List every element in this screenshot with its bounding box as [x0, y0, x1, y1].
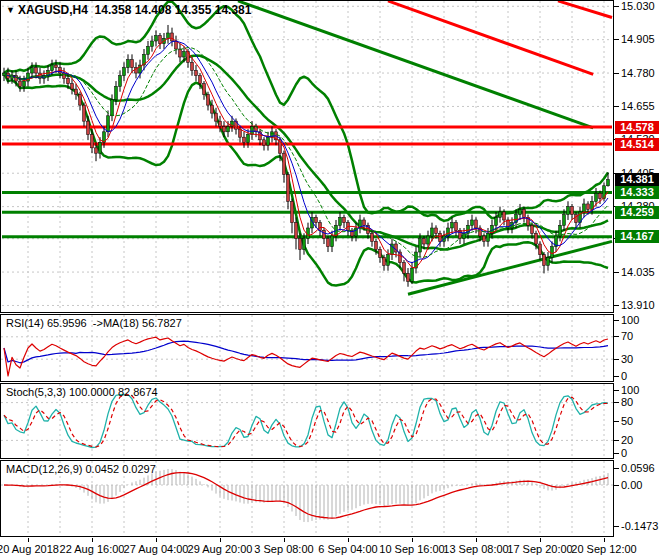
time-axis-tick [540, 538, 541, 542]
time-axis-tick [412, 538, 413, 542]
stoch-axis-label-mark [614, 402, 619, 403]
rsi-axis-label-mark [614, 376, 619, 377]
price-axis-label: 13.910 [621, 299, 655, 311]
rsi-indicator-panel[interactable]: RSI(14) 65.9596 ->MA(18) 56.7827 [0, 314, 614, 382]
symbol-ohlc-text: XAGUSD,H4 14.358 14.408 14.355 14.381 [18, 3, 252, 17]
time-axis-label: 6 Sep 04:00 [318, 543, 377, 555]
price-axis-label: 14.655 [621, 100, 655, 112]
time-axis-tick [156, 538, 157, 542]
stoch-axis-label-mark [614, 453, 619, 454]
time-axis-tick [604, 538, 605, 542]
stoch-axis-label-mark [614, 440, 619, 441]
rsi-axis-label-mark [614, 336, 619, 337]
macd-indicator-panel[interactable]: MACD(12,26,9) 0.0452 0.0297 [0, 460, 614, 537]
time-axis-label: 3 Sep 08:00 [254, 543, 313, 555]
stoch-axis-label-mark [614, 390, 619, 391]
time-axis: 20 Aug 201822 Aug 16:0027 Aug 04:0029 Au… [0, 538, 660, 560]
price-axis-label-mark [614, 272, 619, 273]
time-axis-tick [348, 538, 349, 542]
support-price-badge: 14.333 [615, 186, 659, 199]
main-chart-canvas[interactable] [0, 0, 614, 313]
time-axis-label: 27 Aug 04:00 [124, 543, 189, 555]
price-axis: 15.03014.90514.78014.65514.53014.40514.2… [614, 0, 660, 560]
price-axis-label: 14.905 [621, 33, 655, 45]
time-axis-tick [284, 538, 285, 542]
current-price-badge: 14.381 [615, 173, 659, 186]
time-axis-label: 29 Aug 20:00 [188, 543, 253, 555]
rsi-axis-label-mark [614, 320, 619, 321]
rsi-axis-label: 70 [621, 330, 633, 342]
stoch-axis-label: 50 [621, 415, 633, 427]
time-axis-tick [220, 538, 221, 542]
rsi-axis-label-mark [614, 359, 619, 360]
stoch-axis-label: 20 [621, 434, 633, 446]
time-axis-tick [92, 538, 93, 542]
stoch-axis-label-mark [614, 421, 619, 422]
time-axis-label: 13 Sep 08:00 [443, 543, 508, 555]
price-axis-label-mark [614, 39, 619, 40]
macd-axis-label: 0.00 [621, 479, 642, 491]
price-axis-label: 14.780 [621, 67, 655, 79]
support-price-badge: 14.167 [615, 230, 659, 243]
stoch-axis-label: 100 [621, 384, 639, 396]
price-axis-label: 14.035 [621, 266, 655, 278]
resistance-price-badge: 14.514 [615, 138, 659, 151]
macd-label: MACD(12,26,9) 0.0452 0.0297 [6, 463, 156, 475]
price-axis-label: 15.030 [621, 0, 655, 12]
time-axis-label: 10 Sep 16:00 [379, 543, 444, 555]
stoch-axis-label: 80 [621, 396, 633, 408]
stochastic-label: Stoch(5,3,3) 100.0000 82.8674 [6, 386, 158, 398]
rsi-axis-label: 30 [621, 353, 633, 365]
resistance-price-badge: 14.578 [615, 121, 659, 134]
rsi-label: RSI(14) 65.9596 ->MA(18) 56.7827 [6, 317, 182, 329]
chart-title: ▼XAGUSD,H4 14.358 14.408 14.355 14.381 [6, 3, 251, 17]
stochastic-indicator-panel[interactable]: Stoch(5,3,3) 100.0000 82.8674 [0, 383, 614, 459]
macd-axis-label: -0.1473 [621, 520, 658, 532]
time-axis-tick [28, 538, 29, 542]
time-axis-label: 17 Sep 20:00 [507, 543, 572, 555]
price-axis-label-mark [614, 106, 619, 107]
price-axis-label-mark [614, 305, 619, 306]
time-axis-tick [476, 538, 477, 542]
rsi-axis-label: 0 [621, 370, 627, 382]
trading-chart-window: ▼XAGUSD,H4 14.358 14.408 14.355 14.381 R… [0, 0, 660, 560]
stoch-axis-label: 0 [621, 447, 627, 459]
support-price-badge: 14.259 [615, 206, 659, 219]
macd-axis-label-mark [614, 468, 619, 469]
price-axis-label-mark [614, 73, 619, 74]
rsi-axis-label: 100 [621, 314, 639, 326]
macd-axis-label-mark [614, 526, 619, 527]
time-axis-label: 22 Aug 16:00 [60, 543, 125, 555]
symbol-dropdown-icon[interactable]: ▼ [6, 5, 15, 15]
macd-axis-label: 0.0596 [621, 462, 655, 474]
main-chart-panel[interactable]: ▼XAGUSD,H4 14.358 14.408 14.355 14.381 [0, 0, 614, 313]
price-axis-label-mark [614, 6, 619, 7]
time-axis-label: 20 Aug 2018 [0, 543, 59, 555]
macd-axis-label-mark [614, 485, 619, 486]
time-axis-label: 20 Sep 12:00 [571, 543, 636, 555]
